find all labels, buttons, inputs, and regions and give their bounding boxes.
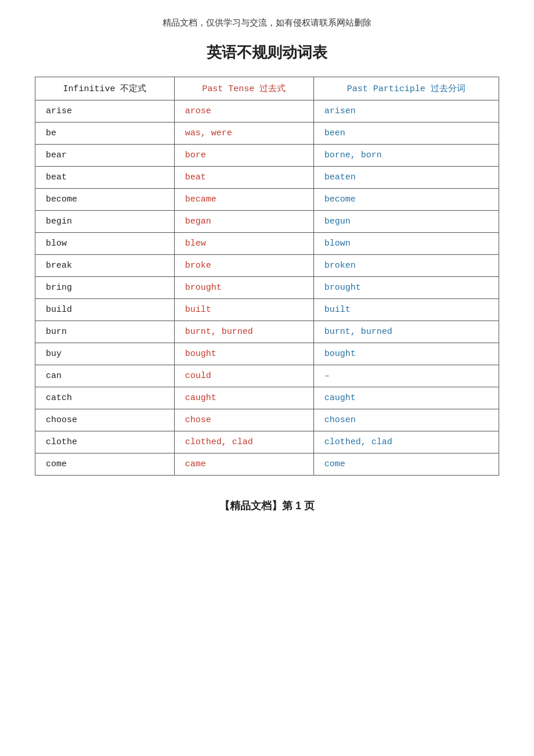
- cell-infinitive: bring: [35, 277, 175, 299]
- cell-past-tense: caught: [174, 387, 313, 409]
- irregular-verbs-table: Infinitive 不定式 Past Tense 过去式 Past Parti…: [35, 77, 499, 476]
- cell-past-participle: arisen: [313, 100, 499, 123]
- cell-past-tense: brought: [174, 277, 313, 299]
- cell-infinitive: begin: [35, 211, 175, 233]
- cell-past-tense: built: [174, 299, 313, 321]
- table-row: beginbeganbegun: [35, 211, 499, 233]
- header-past-participle: Past Participle 过去分词: [313, 77, 499, 100]
- cell-past-participle: built: [313, 299, 499, 321]
- table-row: buyboughtbought: [35, 343, 499, 365]
- cell-past-participle: begun: [313, 211, 499, 233]
- header-past-tense: Past Tense 过去式: [174, 77, 313, 100]
- table-row: blowblewblown: [35, 233, 499, 255]
- cell-infinitive: blow: [35, 233, 175, 255]
- table-row: burnburnt, burnedburnt, burned: [35, 321, 499, 343]
- table-header-row: Infinitive 不定式 Past Tense 过去式 Past Parti…: [35, 77, 499, 100]
- cell-infinitive: can: [35, 365, 175, 387]
- table-row: catchcaughtcaught: [35, 387, 499, 409]
- cell-infinitive: buy: [35, 343, 175, 365]
- cell-past-tense: came: [174, 453, 313, 476]
- table-row: clotheclothed, cladclothed, clad: [35, 431, 499, 453]
- cell-past-tense: chose: [174, 409, 313, 431]
- footer-label: 【精品文档】第 1 页: [35, 499, 499, 513]
- cell-infinitive: beat: [35, 167, 175, 189]
- table-row: beatbeatbeaten: [35, 167, 499, 189]
- cell-infinitive: clothe: [35, 431, 175, 453]
- cell-past-tense: bought: [174, 343, 313, 365]
- cell-infinitive: catch: [35, 387, 175, 409]
- page-title: 英语不规则动词表: [35, 42, 499, 63]
- cell-infinitive: come: [35, 453, 175, 476]
- cell-infinitive: bear: [35, 145, 175, 167]
- table-row: buildbuiltbuilt: [35, 299, 499, 321]
- cell-past-tense: was, were: [174, 123, 313, 145]
- cell-past-participle: caught: [313, 387, 499, 409]
- cell-infinitive: become: [35, 189, 175, 211]
- table-row: comecamecome: [35, 453, 499, 476]
- cell-past-tense: broke: [174, 255, 313, 277]
- cell-past-participle: –: [313, 365, 499, 387]
- cell-infinitive: build: [35, 299, 175, 321]
- header-infinitive: Infinitive 不定式: [35, 77, 175, 100]
- cell-past-participle: clothed, clad: [313, 431, 499, 453]
- cell-past-tense: burnt, burned: [174, 321, 313, 343]
- cell-past-participle: brought: [313, 277, 499, 299]
- cell-past-participle: beaten: [313, 167, 499, 189]
- table-row: arisearosearisen: [35, 100, 499, 123]
- cell-past-tense: began: [174, 211, 313, 233]
- cell-infinitive: break: [35, 255, 175, 277]
- table-row: cancould–: [35, 365, 499, 387]
- cell-past-participle: burnt, burned: [313, 321, 499, 343]
- cell-past-tense: bore: [174, 145, 313, 167]
- cell-past-participle: borne, born: [313, 145, 499, 167]
- cell-past-participle: chosen: [313, 409, 499, 431]
- cell-past-tense: became: [174, 189, 313, 211]
- cell-past-participle: become: [313, 189, 499, 211]
- table-row: breakbrokebroken: [35, 255, 499, 277]
- cell-past-participle: broken: [313, 255, 499, 277]
- cell-infinitive: arise: [35, 100, 175, 123]
- top-notice: 精品文档，仅供学习与交流，如有侵权请联系网站删除: [35, 17, 499, 28]
- cell-past-tense: arose: [174, 100, 313, 123]
- cell-past-tense: blew: [174, 233, 313, 255]
- cell-past-participle: blown: [313, 233, 499, 255]
- cell-past-tense: clothed, clad: [174, 431, 313, 453]
- cell-infinitive: be: [35, 123, 175, 145]
- table-row: bringbroughtbrought: [35, 277, 499, 299]
- table-row: becomebecamebecome: [35, 189, 499, 211]
- cell-past-participle: bought: [313, 343, 499, 365]
- cell-past-participle: been: [313, 123, 499, 145]
- cell-infinitive: choose: [35, 409, 175, 431]
- cell-past-participle: come: [313, 453, 499, 476]
- cell-infinitive: burn: [35, 321, 175, 343]
- cell-past-tense: could: [174, 365, 313, 387]
- cell-past-tense: beat: [174, 167, 313, 189]
- table-row: choosechosechosen: [35, 409, 499, 431]
- table-row: bewas, werebeen: [35, 123, 499, 145]
- table-row: bearboreborne, born: [35, 145, 499, 167]
